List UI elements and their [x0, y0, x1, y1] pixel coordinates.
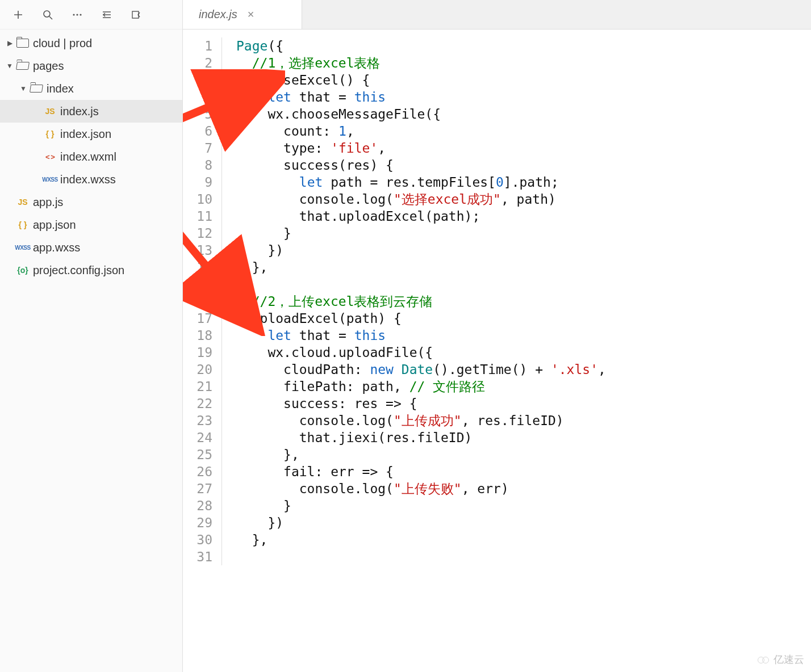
line-number: 16 — [183, 293, 212, 310]
code-line: //1，选择excel表格 — [236, 54, 606, 72]
line-number: 1 — [183, 37, 212, 54]
tab-title: index.js — [199, 8, 237, 21]
code-line: type: 'file', — [236, 140, 606, 157]
code-line — [236, 276, 606, 293]
line-number: 28 — [183, 497, 212, 514]
code-line: console.log("上传成功", res.fileID) — [236, 412, 606, 429]
code-line — [236, 548, 606, 565]
close-icon[interactable]: × — [248, 8, 254, 21]
line-number: 15 — [183, 276, 212, 293]
line-number: 14 — [183, 259, 212, 276]
expand-arrow-icon[interactable]: ▼ — [5, 62, 15, 70]
code-line: uploadExcel(path) { — [236, 310, 606, 327]
tree-item[interactable]: { }index.json — [0, 123, 182, 145]
tree-item-label: app.js — [33, 196, 63, 209]
tree-item[interactable]: ▶cloud | prod — [0, 32, 182, 54]
tree-item-label: index.js — [60, 105, 99, 118]
code-line: let that = this — [236, 327, 606, 344]
code-line: cloudPath: new Date().getTime() + '.xls'… — [236, 361, 606, 378]
code-line: fail: err => { — [236, 463, 606, 480]
code-line: wx.cloud.uploadFile({ — [236, 344, 606, 361]
svg-point-3 — [80, 14, 81, 15]
line-number: 31 — [183, 548, 212, 565]
json-icon: { } — [46, 129, 55, 138]
config-icon: {ο} — [17, 266, 28, 275]
panel-icon[interactable] — [123, 1, 150, 28]
line-number: 5 — [183, 106, 212, 123]
code-line: }, — [236, 446, 606, 463]
watermark-text: 亿速云 — [774, 653, 804, 666]
code-line: //2，上传excel表格到云存储 — [236, 293, 606, 310]
json-icon: { } — [19, 220, 27, 229]
line-number: 9 — [183, 174, 212, 191]
code-line: Page({ — [236, 37, 606, 54]
search-icon[interactable] — [34, 1, 61, 28]
code-line: let path = res.tempFiles[0].path; — [236, 174, 606, 191]
line-number: 11 — [183, 208, 212, 225]
plus-icon[interactable] — [5, 1, 32, 28]
code-line: }, — [236, 259, 606, 276]
tree-item[interactable]: { }app.json — [0, 213, 182, 236]
tree-item[interactable]: WXSSindex.wxss — [0, 168, 182, 191]
code-line: console.log("选择excel成功", path) — [236, 191, 606, 208]
line-number: 23 — [183, 412, 212, 429]
code-area[interactable]: 1234567891011121314151617181920212223242… — [183, 30, 811, 672]
line-number: 18 — [183, 327, 212, 344]
tree-item[interactable]: {ο}project.config.json — [0, 259, 182, 282]
line-number: 27 — [183, 480, 212, 497]
code-content[interactable]: Page({ //1，选择excel表格 chooseExcel() { let… — [228, 30, 606, 672]
js-icon: JS — [45, 107, 55, 116]
tree-item[interactable]: ▼index — [0, 77, 182, 100]
code-line: success(res) { — [236, 157, 606, 174]
js-icon: JS — [18, 198, 27, 207]
sidebar-toolbar — [0, 0, 182, 30]
line-number: 4 — [183, 89, 212, 106]
line-number: 25 — [183, 446, 212, 463]
tree-item[interactable]: JSapp.js — [0, 191, 182, 213]
sidebar: ▶cloud | prod▼pages▼indexJSindex.js{ }in… — [0, 0, 183, 672]
tree-item-label: app.json — [33, 219, 76, 232]
tree-item-label: pages — [33, 60, 64, 73]
code-line: console.log("上传失败", err) — [236, 480, 606, 497]
tree-item-label: index.json — [60, 128, 111, 141]
line-number: 26 — [183, 463, 212, 480]
tree-item[interactable]: ▼pages — [0, 54, 182, 77]
line-number: 22 — [183, 395, 212, 412]
tab-index-js[interactable]: index.js × — [183, 0, 302, 29]
tree-item[interactable]: JSindex.js — [0, 100, 182, 123]
editor: index.js × 12345678910111213141516171819… — [183, 0, 811, 672]
svg-point-1 — [73, 14, 74, 15]
line-number: 7 — [183, 140, 212, 157]
line-number: 30 — [183, 531, 212, 548]
line-number: 2 — [183, 54, 212, 72]
line-number: 29 — [183, 514, 212, 531]
tree-item-label: index.wxss — [60, 173, 116, 186]
watermark-icon — [758, 656, 771, 663]
line-number: 12 — [183, 225, 212, 242]
code-line: count: 1, — [236, 123, 606, 140]
code-line: }) — [236, 242, 606, 259]
wxss-icon: WXSS — [42, 177, 57, 183]
code-line: success: res => { — [236, 395, 606, 412]
line-number: 10 — [183, 191, 212, 208]
code-line: }, — [236, 531, 606, 548]
svg-point-2 — [76, 14, 78, 15]
svg-point-0 — [44, 11, 50, 17]
line-number: 17 — [183, 310, 212, 327]
folder-open-icon — [16, 62, 30, 70]
line-number: 6 — [183, 123, 212, 140]
code-line: } — [236, 497, 606, 514]
tab-bar: index.js × — [183, 0, 811, 30]
code-line: chooseExcel() { — [236, 72, 606, 89]
expand-arrow-icon[interactable]: ▼ — [18, 85, 28, 93]
line-number: 8 — [183, 157, 212, 174]
code-line: filePath: path, // 文件路径 — [236, 378, 606, 395]
wxml-icon: < > — [45, 153, 55, 161]
expand-arrow-icon[interactable]: ▶ — [5, 39, 15, 47]
line-number: 21 — [183, 378, 212, 395]
tree-item[interactable]: WXSSapp.wxss — [0, 236, 182, 259]
more-icon[interactable] — [64, 1, 91, 28]
indent-icon[interactable] — [93, 1, 120, 28]
tree-item[interactable]: < >index.wxml — [0, 145, 182, 168]
tree-item-label: cloud | prod — [33, 37, 92, 50]
